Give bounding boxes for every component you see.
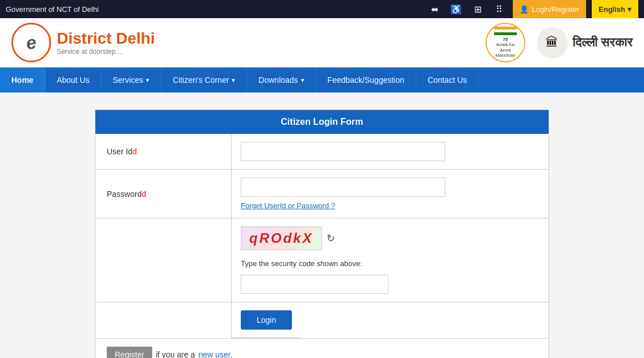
refresh-captcha-icon[interactable]: ↻: [327, 232, 335, 245]
logo-area: e District Delhi Service at doorstep....: [11, 23, 155, 62]
captcha-image-row: qROdkX ↻: [241, 226, 540, 250]
logo-circle: e: [11, 23, 51, 62]
language-button[interactable]: English ▾: [592, 0, 638, 18]
delhi-emblem: 🏛 दिल्ली सरकार: [537, 27, 633, 58]
top-bar: Government of NCT of Delhi ⬌ ♿ ⊞ ⠿ 👤 Log…: [0, 0, 644, 18]
captcha-instruction: Type the security code shown above:: [241, 259, 540, 268]
form-header: Citizen Login Form: [95, 110, 549, 134]
nav-item-citizens-corner[interactable]: Citizen's Corner: [161, 68, 247, 92]
user-icon: 👤: [520, 5, 529, 14]
login-button-label-cell: [95, 302, 232, 338]
login-submit-button[interactable]: Login: [241, 310, 292, 330]
captcha-field: qROdkX ↻ Type the security code shown ab…: [232, 218, 549, 302]
org-chart-icon[interactable]: ⊞: [470, 1, 486, 17]
new-user-link[interactable]: new user.: [198, 350, 232, 358]
top-bar-right: ⬌ ♿ ⊞ ⠿ 👤 Login/Register English ▾: [426, 0, 638, 18]
nav-item-contact[interactable]: Contact Us: [416, 68, 479, 92]
captcha-label-cell: [95, 218, 232, 302]
site-title: District Delhi: [57, 30, 155, 48]
logo-text: District Delhi Service at doorstep....: [57, 30, 155, 56]
nav-item-services[interactable]: Services: [102, 68, 162, 92]
emblem-icon: 🏛: [537, 27, 568, 58]
password-field: Forget UserId or Password ?: [232, 170, 549, 218]
login-btn-area: Login: [232, 302, 301, 338]
nav-item-downloads[interactable]: Downloads: [247, 68, 316, 92]
apps-icon[interactable]: ⠿: [491, 1, 507, 17]
header-right: 75Azadi KaAmritMahotsav 🏛 दिल्ली सरकार: [486, 23, 633, 62]
user-id-field: [232, 134, 549, 169]
nav-item-feedback[interactable]: Feedback/Suggestion: [316, 68, 416, 92]
password-input[interactable]: [241, 178, 445, 197]
accessibility-icon[interactable]: ⬌: [426, 1, 442, 17]
user-id-row: User Idd: [95, 134, 549, 170]
user-id-input[interactable]: [241, 142, 445, 161]
chevron-down-icon: ▾: [628, 5, 632, 14]
disabled-icon[interactable]: ♿: [448, 1, 464, 17]
login-register-button[interactable]: 👤 Login/Register: [513, 0, 586, 18]
delhi-govt-text: दिल्ली सरकार: [572, 35, 633, 50]
password-label: Passwordd: [95, 170, 232, 218]
site-subtitle: Service at doorstep....: [57, 48, 155, 56]
captcha-input[interactable]: [241, 275, 388, 294]
govt-label: Government of NCT of Delhi: [6, 5, 99, 14]
register-text: if you are a: [156, 350, 195, 358]
user-id-label: User Idd: [95, 134, 232, 169]
register-row: Register if you are a new user.: [95, 339, 549, 358]
forgot-link[interactable]: Forget UserId or Password ?: [241, 201, 540, 210]
login-button-row: Login: [95, 302, 549, 339]
nav-item-about[interactable]: About Us: [45, 68, 102, 92]
header: e District Delhi Service at doorstep....…: [0, 18, 644, 68]
main-content: Citizen Login Form User Idd Passwordd Fo…: [0, 92, 644, 358]
nav-item-home[interactable]: Home: [0, 68, 45, 92]
navbar: Home About Us Services Citizen's Corner …: [0, 68, 644, 92]
register-button[interactable]: Register: [107, 347, 152, 358]
login-form-container: Citizen Login Form User Idd Passwordd Fo…: [95, 109, 549, 358]
captcha-image: qROdkX: [241, 226, 322, 250]
captcha-row: qROdkX ↻ Type the security code shown ab…: [95, 218, 549, 302]
password-row: Passwordd Forget UserId or Password ?: [95, 170, 549, 218]
